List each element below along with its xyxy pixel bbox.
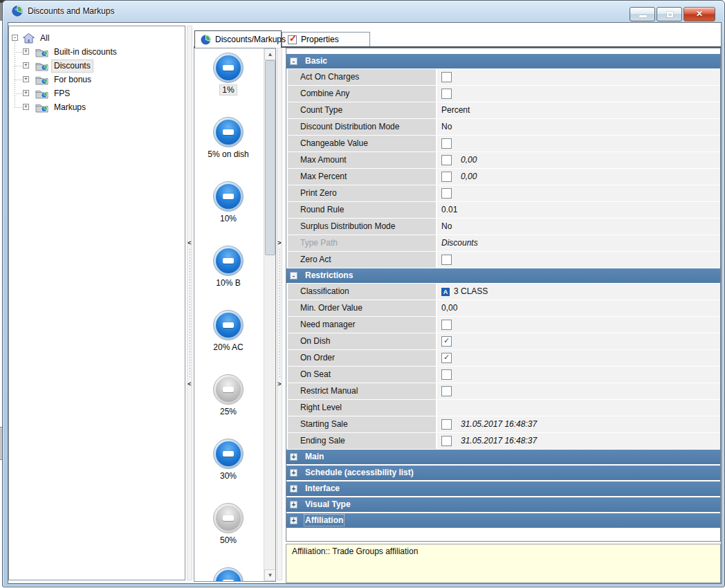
value-checkbox[interactable] [441,419,452,430]
tree-item-label[interactable]: FPS [52,88,72,100]
tree-item-label[interactable]: All [38,33,51,44]
section-header-main[interactable]: +Main [286,450,720,464]
discount-item-5-on-dish[interactable]: 5% on dish [194,117,262,160]
value-checkbox[interactable] [441,155,452,165]
discount-item-30-[interactable]: 30% [194,439,262,481]
property-value[interactable]: 0.01 [437,202,720,218]
discount-item-20-ac[interactable]: 20% AC [194,310,262,353]
value-checkbox[interactable] [441,255,452,265]
property-value[interactable]: No [437,219,720,235]
value-checkbox[interactable]: ✓ [441,353,452,363]
tree-item-discounts[interactable]: +Discounts [9,59,185,73]
minimize-button[interactable] [630,7,655,21]
property-value[interactable] [437,69,720,85]
discount-item-label[interactable]: 10% B [214,278,242,288]
value-checkbox[interactable] [441,89,452,99]
property-value[interactable]: ✓ [437,350,720,366]
section-header-affiliation[interactable]: +Affiliation [286,513,720,528]
property-value[interactable] [437,317,720,333]
tree-expand-icon[interactable]: + [23,76,29,82]
property-value[interactable] [437,367,720,383]
property-value[interactable] [437,383,720,399]
right-splitter[interactable]: > > [277,48,282,580]
tree-item-label[interactable]: Discounts [52,60,93,72]
section-expand-icon[interactable]: + [290,485,297,493]
tree-expand-icon[interactable]: + [23,62,29,68]
tree-item-label[interactable]: For bonus [52,74,93,86]
section-header-basic[interactable]: -Basic [286,54,720,68]
section-expand-icon[interactable]: + [290,469,297,477]
splitter-collapse-right-icon[interactable]: > [277,380,282,387]
app-pie-chart-icon[interactable] [12,6,23,17]
scrollbar-thumb[interactable] [265,60,275,255]
tab-discounts-markups[interactable]: Discounts/Markups [194,30,282,48]
value-checkbox[interactable] [441,386,452,396]
property-value[interactable]: A3 CLASS [437,284,720,300]
property-value[interactable]: 31.05.2017 16:48:37 [437,416,720,432]
tree-item-label[interactable]: Markups [52,102,88,113]
discount-item-label[interactable]: 5% on dish [205,149,250,159]
discount-item-50-[interactable]: 50% [194,503,262,546]
tree-expand-icon[interactable]: + [23,90,29,96]
maximize-button[interactable] [657,7,682,21]
section-collapse-icon[interactable]: - [290,57,297,65]
section-header-schedule-accessibility-list-[interactable]: +Schedule (accessibility list) [286,466,720,480]
tree-item-all[interactable]: -All [9,32,185,45]
tree-item-built-in-discounts[interactable]: +Built-in discounts [9,46,185,59]
discount-item-25-[interactable]: 25% [194,374,262,417]
tree-item-label[interactable]: Built-in discounts [52,46,119,58]
tree-expand-icon[interactable]: + [23,104,29,110]
discount-item-10-[interactable]: 10% [194,181,262,224]
scroll-down-icon[interactable]: ▼ [264,569,276,581]
scroll-up-icon[interactable]: ▲ [264,48,276,60]
discount-item-label[interactable]: 10% [218,214,239,223]
value-checkbox[interactable] [441,72,452,82]
section-expand-icon[interactable]: + [290,517,297,524]
discount-item-label[interactable]: 50% [218,535,239,545]
value-checkbox[interactable]: ✓ [441,336,452,347]
discount-item-1-[interactable]: 1% [194,53,262,95]
property-value[interactable]: Discounts [437,235,720,251]
property-value[interactable] [437,400,720,416]
splitter-collapse-left-icon[interactable]: < [187,239,192,246]
value-checkbox[interactable] [441,436,452,446]
section-expand-icon[interactable]: + [290,501,297,508]
value-checkbox[interactable] [441,138,452,149]
property-value[interactable] [437,136,720,151]
close-button[interactable]: ✕ [683,7,715,21]
tree-expand-icon[interactable]: + [23,48,29,55]
section-header-visual-type[interactable]: +Visual Type [286,497,720,512]
property-value[interactable] [437,185,720,201]
value-checkbox[interactable] [441,369,452,380]
tree-item-for-bonus[interactable]: +For bonus [9,73,185,86]
tab-properties[interactable]: Properties [282,32,370,46]
property-value[interactable]: 0,00 [437,152,720,168]
discount-item-label[interactable]: 25% [218,407,239,416]
tree-item-markups[interactable]: +Markups [9,101,185,114]
section-expand-icon[interactable]: + [290,453,297,461]
property-value[interactable] [437,86,720,102]
property-value[interactable]: No [437,119,720,135]
property-value[interactable]: Percent [437,102,720,118]
icon-list-scrollbar[interactable]: ▲ ▼ [264,48,275,581]
splitter-collapse-right-icon[interactable]: > [277,239,282,246]
section-header-interface[interactable]: +Interface [286,481,720,496]
property-value[interactable]: 31.05.2017 16:48:37 [437,433,720,449]
discount-item-label[interactable]: 1% [220,85,236,95]
property-value[interactable]: 0,00 [437,169,720,185]
title-bar[interactable]: Discounts and Markups ✕ [3,1,724,22]
property-value[interactable] [437,252,720,268]
left-splitter[interactable]: < < [187,26,192,580]
section-collapse-icon[interactable]: - [290,272,297,279]
splitter-collapse-left-icon[interactable]: < [187,380,192,387]
section-header-restrictions[interactable]: -Restrictions [286,268,720,283]
tree-item-fps[interactable]: +FPS [9,87,185,100]
value-checkbox[interactable] [441,188,452,199]
property-value[interactable]: 0,00 [437,300,720,316]
tree-collapse-icon[interactable]: - [12,35,18,41]
discount-item-label[interactable]: 30% [218,471,239,481]
discount-item-label[interactable]: 20% AC [211,342,245,352]
property-value[interactable]: ✓ [437,333,720,349]
value-checkbox[interactable] [441,172,452,182]
value-checkbox[interactable] [441,320,452,330]
